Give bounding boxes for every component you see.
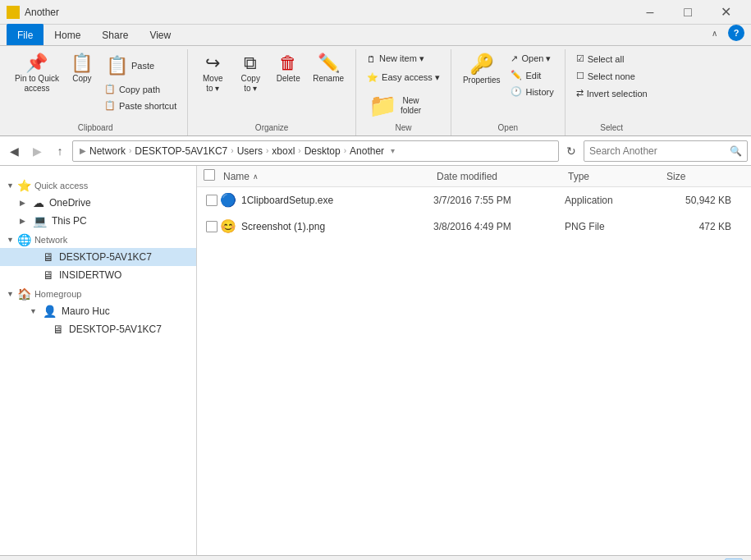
breadcrumb-users[interactable]: Users (237, 145, 263, 157)
homegroup-expand-icon: ▼ (7, 290, 14, 298)
window-icon (7, 6, 20, 19)
ribbon: 📌 Pin to Quick access 📋 Copy 📋 Paste 📋 C… (0, 46, 751, 136)
svg-rect-2 (7, 13, 12, 19)
close-button[interactable]: ✕ (707, 0, 744, 25)
address-dropdown-icon[interactable]: ▾ (391, 146, 395, 155)
open-icon: ↗ (511, 53, 518, 64)
forward-button[interactable]: ▶ (26, 140, 48, 162)
desktop5av1kc7-icon: 🖥 (43, 250, 54, 264)
select-all-button[interactable]: ☑ Select all (572, 51, 629, 67)
row1-checkbox[interactable] (204, 195, 220, 206)
properties-icon: 🔑 (469, 54, 494, 74)
back-button[interactable]: ◀ (3, 140, 25, 162)
address-bar[interactable]: ▶ Network › DESKTOP-5AV1KC7 › Users › xb… (72, 140, 559, 162)
easy-access-button[interactable]: ⭐ Easy access ▾ (363, 70, 444, 85)
header-checkbox-col (204, 169, 220, 183)
ribbon-tab-bar: File Home Share View ∧ ? (0, 25, 751, 46)
svg-rect-1 (14, 6, 20, 11)
breadcrumb-xboxl[interactable]: xboxl (272, 145, 295, 157)
col-header-size[interactable]: Size (663, 171, 744, 182)
new-folder-icon: 📁 (369, 94, 397, 117)
quick-access-label: Quick access (34, 181, 88, 190)
maximize-button[interactable]: □ (669, 0, 707, 25)
ribbon-group-select: ☑ Select all ☐ Select none ⇄ Invert sele… (566, 49, 658, 135)
rename-icon: ✏️ (318, 54, 340, 72)
maurohuc-desktop-label: DESKTOP-5AV1KC7 (69, 324, 162, 335)
row1-icon: 🔵 (220, 192, 236, 208)
network-icon: 🌐 (17, 233, 31, 246)
row2-checkbox[interactable] (204, 221, 220, 232)
copy-path-button[interactable]: 📋 Copy path (100, 81, 181, 97)
help-btn[interactable]: ? (728, 25, 744, 41)
delete-button[interactable]: 🗑 Delete (270, 51, 306, 86)
sidebar-item-desktop5av1kc7[interactable]: 🖥 DESKTOP-5AV1KC7 (0, 248, 196, 266)
pin-icon: 📌 (25, 54, 48, 72)
minimize-button[interactable]: – (631, 0, 669, 25)
copy-to-icon: ⧉ (244, 54, 257, 72)
tab-home[interactable]: Home (44, 24, 91, 45)
breadcrumb-network[interactable]: Network (89, 145, 126, 157)
sidebar-item-insidertwo[interactable]: 🖥 INSIDERTWO (0, 266, 196, 284)
ribbon-collapse-btn[interactable]: ∧ (703, 22, 725, 44)
row1-size: 50,942 KB (663, 195, 744, 206)
search-input[interactable] (589, 145, 726, 157)
table-row[interactable]: 🔵 1ClipboardSetup.exe 3/7/2016 7:55 PM A… (197, 187, 751, 213)
row1-type: Application (565, 195, 663, 206)
column-headers: Name ∧ Date modified Type Size (197, 166, 751, 187)
col-header-type[interactable]: Type (565, 171, 663, 182)
copy-path-icon: 📋 (104, 84, 116, 94)
move-to-button[interactable]: ↪ Move to ▾ (195, 51, 231, 97)
sidebar-item-homegroup[interactable]: ▼ 🏠 Homegroup (0, 284, 196, 302)
address-expand-icon: ▶ (80, 146, 86, 155)
content-area: Name ∧ Date modified Type Size 🔵 (197, 166, 751, 555)
tab-share[interactable]: Share (91, 24, 139, 45)
paste-button[interactable]: 📋 Paste (100, 51, 181, 80)
select-all-checkbox[interactable] (204, 169, 215, 181)
sidebar-item-onedrive[interactable]: ▶ ☁ OneDrive (0, 194, 196, 212)
maurohuc-label: Mauro Huc (62, 305, 110, 317)
table-row[interactable]: 😊 Screenshot (1).png 3/8/2016 4:49 PM PN… (197, 213, 751, 240)
search-box[interactable]: 🔍 (584, 140, 748, 162)
maurohuc-icon: 👤 (43, 305, 57, 318)
edit-button[interactable]: ✏️ Edit (506, 67, 557, 83)
breadcrumb-desktop[interactable]: Desktop (305, 145, 341, 157)
row2-icon: 😊 (220, 218, 236, 234)
rename-button[interactable]: ✏️ Rename (308, 51, 349, 86)
open-button[interactable]: ↗ Open ▾ (506, 51, 557, 67)
history-button[interactable]: 🕐 History (506, 84, 557, 99)
new-group-label: New (395, 122, 411, 134)
new-item-button[interactable]: 🗒 New item ▾ (363, 51, 428, 67)
col-header-name[interactable]: Name ∧ (220, 171, 433, 182)
properties-button[interactable]: 🔑 Properties (458, 51, 506, 88)
copy-to-button[interactable]: ⧉ Copy to ▾ (232, 51, 268, 97)
tab-file[interactable]: File (7, 24, 44, 45)
breadcrumb-another[interactable]: Another (350, 145, 384, 157)
tab-view[interactable]: View (139, 24, 181, 45)
search-icon: 🔍 (730, 145, 742, 157)
col-header-date[interactable]: Date modified (433, 171, 565, 182)
easy-access-icon: ⭐ (367, 72, 378, 83)
up-button[interactable]: ↑ (49, 140, 71, 162)
select-none-button[interactable]: ☐ Select none (572, 68, 639, 84)
paste-shortcut-button[interactable]: 📋 Paste shortcut (100, 98, 181, 113)
new-folder-button[interactable]: 📁 New folder (363, 90, 427, 122)
sidebar-item-quick-access[interactable]: ▼ ⭐ Quick access (0, 176, 196, 194)
copy-button[interactable]: 📋 Copy (66, 51, 98, 86)
sidebar-item-thispc[interactable]: ▶ 💻 This PC (0, 212, 196, 230)
ribbon-group-open: 🔑 Properties ↗ Open ▾ ✏️ Edit 🕐 History … (451, 49, 566, 135)
paste-icon: 📋 (106, 57, 128, 75)
maurohuc-expand-icon: ▼ (30, 307, 38, 315)
breadcrumb-desktop5av1kc7[interactable]: DESKTOP-5AV1KC7 (135, 145, 227, 157)
clipboard-group-label: Clipboard (78, 122, 113, 134)
select-group-label: Select (600, 122, 623, 134)
sidebar-item-maurohuc[interactable]: ▼ 👤 Mauro Huc (0, 302, 196, 320)
desktop5av1kc7-label: DESKTOP-5AV1KC7 (59, 251, 152, 263)
invert-selection-button[interactable]: ⇄ Invert selection (572, 85, 652, 101)
pin-to-quick-access-button[interactable]: 📌 Pin to Quick access (10, 51, 64, 97)
refresh-button[interactable]: ↻ (561, 140, 582, 162)
svg-rect-3 (14, 13, 20, 19)
sidebar-item-maurohuc-desktop[interactable]: 🖥 DESKTOP-5AV1KC7 (0, 320, 196, 338)
row1-date: 3/7/2016 7:55 PM (433, 195, 565, 206)
network-label: Network (34, 235, 67, 245)
sidebar-item-network[interactable]: ▼ 🌐 Network (0, 230, 196, 248)
